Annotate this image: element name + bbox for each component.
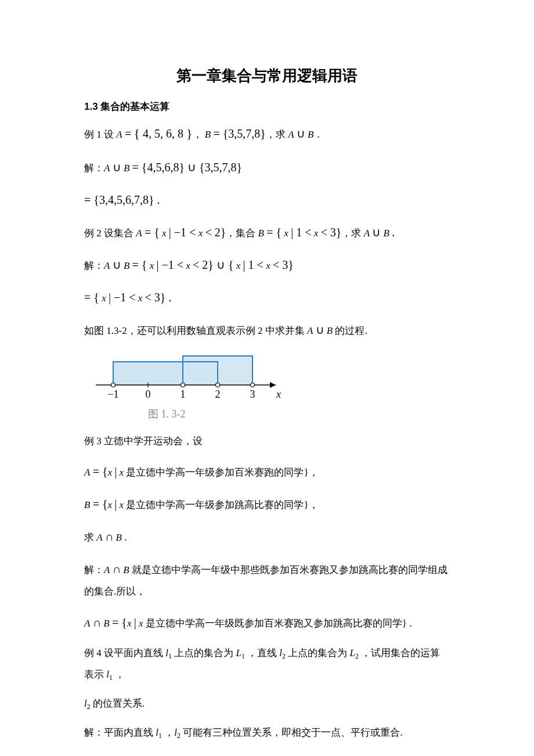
ex1-sep: ， (193, 129, 205, 140)
ex4-line2-post: 的位置关系. (91, 698, 145, 709)
ex2-prompt: 例 2 设集合 A = { x | −1 < x < 2}，集合 B = { x… (84, 220, 450, 244)
ex2-note: 如图 1.3-2，还可以利用数轴直观表示例 2 中求并集 A ∪ B 的过程. (84, 318, 450, 342)
ex2-pre: 例 2 设集合 (84, 228, 136, 239)
ex3-ask-pre: 求 (84, 532, 96, 543)
ex1-sol-label: 解： (84, 163, 104, 174)
ex1-pre: 例 1 设 (84, 129, 116, 140)
ex2-note-pre: 如图 1.3-2，还可以利用数轴直观表示例 2 中求并集 (84, 325, 307, 336)
ex3-sol-label: 解： (84, 564, 104, 575)
ex1-period: ． (313, 129, 323, 140)
ex4-prompt-line2: l2 的位置关系. (84, 693, 450, 714)
ex3-ask-post: . (122, 532, 127, 543)
ex2-sol-line1: 解：A ∪ B = { x | −1 < x < 2} ∪ { x | 1 < … (84, 253, 450, 277)
ex2-mid: ，集合 (226, 228, 258, 239)
ex4-p3: ，直线 (245, 647, 280, 658)
ex4-case1: （1）直线 l1 ，l2 相交于一点 P 可表示为 L1 ∩ L2 = {点P}… (84, 752, 450, 756)
svg-marker-3 (270, 382, 276, 388)
tick-neg1: −1 (107, 388, 118, 400)
tick-3: 3 (250, 388, 255, 400)
figure-1-3-2: −1 0 1 2 3 x 图 1. 3-2 (84, 350, 450, 423)
ex3-ans-text: 是立德中学高一年级既参加百米赛跑又参加跳高比赛的同学} . (143, 618, 412, 629)
ex3-sol-text: 就是立德中学高一年级中那些既参加百米赛跑又参加跳高比赛的同学组成的集合.所以， (84, 564, 448, 597)
ex1-result: = {3,4,5,6,7,8} . (84, 188, 450, 212)
ex4-p6: ， (113, 669, 125, 680)
ex1-post-text: ，求 (266, 129, 288, 140)
ex3-ans: A ∩ B = {x | x 是立德中学高一年级既参加百米赛跑又参加跳高比赛的同… (84, 610, 450, 635)
ex3-setA: A = {x | x 是立德中学高一年级参加百米赛跑的同学}， (84, 459, 450, 484)
svg-point-6 (181, 383, 185, 387)
section-heading: 1.3 集合的基本运算 (84, 99, 450, 114)
ex2-post-text: ，求 (341, 228, 363, 239)
ex3-setA-text: 是立德中学高一年级参加百米赛跑的同学}， (124, 467, 318, 478)
ex3-ask: 求 A ∩ B . (84, 524, 450, 549)
ex4-p1: 例 4 设平面内直线 (84, 647, 165, 658)
figure-caption: 图 1. 3-2 (148, 406, 450, 423)
tick-2: 2 (215, 388, 221, 400)
ex4-p4: 上点的集合为 (286, 647, 350, 658)
ex2-note-post: 的过程. (333, 325, 367, 336)
number-line-svg: −1 0 1 2 3 x (84, 350, 293, 402)
svg-point-8 (251, 383, 255, 387)
ex4-sol-intro: 解：平面内直线 l1 ，l2 可能有三种位置关系，即相交于一点、平行或重合. (84, 722, 450, 743)
ex4-p2: 上点的集合为 (172, 647, 236, 658)
ex4-sol-mid: ， (162, 727, 174, 738)
ex4-prompt-line1: 例 4 设平面内直线 l1 上点的集合为 L1 ，直线 l2 上点的集合为 L2… (84, 643, 450, 685)
ex3-sol: 解：A ∩ B 就是立德中学高一年级中那些既参加百米赛跑又参加跳高比赛的同学组成… (84, 557, 450, 602)
ex3-prompt: 例 3 立德中学开运动会，设 (84, 431, 450, 452)
ex2-result: = { x | −1 < x < 3} . (84, 285, 450, 309)
ex1-sol-line1: 解：A ∪ B = {4,5,6,8} ∪ {3,5,7,8} (84, 155, 450, 179)
ex1-result-expr: = {3,4,5,6,7,8} . (84, 193, 160, 206)
ex4-sol-post: 可能有三种位置关系，即相交于一点、平行或重合. (181, 727, 403, 738)
ex1-setA: A (116, 129, 122, 140)
svg-point-4 (111, 383, 116, 387)
tick-1: 1 (181, 388, 186, 400)
ex3-setB: B = {x | x 是立德中学高一年级参加跳高比赛的同学}， (84, 492, 450, 516)
ex1-prompt: 例 1 设 A = { 4, 5, 6, 8 }， B = {3,5,7,8}，… (84, 120, 450, 147)
tick-0: 0 (146, 388, 151, 400)
ex4-sol-label: 解：平面内直线 (84, 727, 156, 738)
x-label: x (276, 388, 281, 400)
svg-point-7 (216, 383, 220, 387)
ex3-setB-text: 是立德中学高一年级参加跳高比赛的同学}， (124, 499, 318, 510)
ex2-sol-label: 解： (84, 260, 104, 271)
page-title: 第一章集合与常用逻辑用语 (84, 64, 450, 88)
